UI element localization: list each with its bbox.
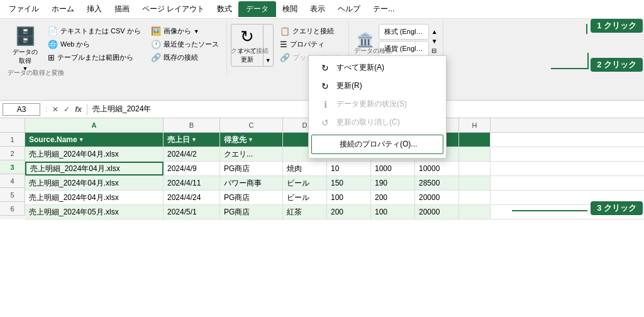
cell-A2[interactable]: 売上明細_2024年04月.xlsx bbox=[25, 147, 164, 161]
cell-C4[interactable]: パワー商事 bbox=[220, 176, 283, 190]
data-get-group-label: データの取得と変換 bbox=[8, 69, 64, 77]
cell-F4[interactable]: 190 bbox=[371, 176, 415, 190]
arrow-3 bbox=[512, 210, 587, 211]
cell-E3[interactable]: 10 bbox=[327, 162, 371, 175]
cell-C3[interactable]: PG商店 bbox=[220, 162, 283, 175]
formula-colon: : bbox=[43, 105, 50, 114]
cell-A1[interactable]: Source.Name ▼ bbox=[25, 133, 164, 147]
menu-extra[interactable]: テー... bbox=[367, 1, 401, 17]
cell-H6[interactable] bbox=[459, 205, 491, 219]
cell-E5[interactable]: 100 bbox=[327, 191, 371, 204]
cell-B5[interactable]: 2024/4/24 bbox=[164, 191, 220, 204]
data-types-up[interactable]: ▲ bbox=[431, 28, 438, 35]
web-label: Web から bbox=[60, 40, 90, 49]
existing-label: 既存の接続 bbox=[164, 53, 198, 62]
text-csv-button[interactable]: 📄 テキストまたは CSV から bbox=[44, 25, 145, 37]
all-refresh-dropdown-arrow[interactable]: ▼ bbox=[263, 25, 273, 66]
menu-formula[interactable]: 数式 bbox=[211, 1, 238, 17]
table-row: 売上明細_2024年05月.xlsx 2024/5/1 PG商店 紅茶 200 … bbox=[25, 205, 644, 220]
cell-A4[interactable]: 売上明細_2024年04月.xlsx bbox=[25, 176, 164, 190]
all-refresh-button[interactable]: ↻ すべて更新 bbox=[231, 25, 263, 66]
menu-home[interactable]: ホーム bbox=[45, 1, 80, 17]
callout-1[interactable]: 1 クリック bbox=[591, 19, 643, 33]
col-header-B[interactable]: B bbox=[164, 118, 220, 132]
cell-H4[interactable] bbox=[459, 176, 491, 190]
cell-E4[interactable]: 150 bbox=[327, 176, 371, 190]
cell-reference[interactable] bbox=[3, 103, 40, 116]
row-num-2: 2 bbox=[0, 147, 25, 160]
cell-A3[interactable]: 売上明細_2024年04月.xlsx bbox=[25, 162, 164, 175]
cancel-icon[interactable]: ✕ bbox=[50, 104, 61, 115]
recent-sources-button[interactable]: 🕐 最近使ったソース bbox=[147, 38, 223, 50]
fx-icon[interactable]: fx bbox=[72, 104, 84, 115]
cell-B1[interactable]: 売上日 ▼ bbox=[164, 133, 220, 147]
menu-draw[interactable]: 描画 bbox=[108, 1, 136, 17]
cell-H2[interactable] bbox=[459, 147, 491, 161]
cell-F5[interactable]: 200 bbox=[371, 191, 415, 204]
col-header-C[interactable]: C bbox=[220, 118, 283, 132]
data-get-button[interactable]: 🗄️ データの取得 ▼ bbox=[9, 24, 42, 73]
web-icon: 🌐 bbox=[48, 40, 58, 49]
menu-review[interactable]: 検閲 bbox=[276, 1, 304, 17]
filter-arrow-C1[interactable]: ▼ bbox=[248, 136, 253, 143]
web-button[interactable]: 🌐 Web から bbox=[44, 38, 145, 50]
menu-help[interactable]: ヘルプ bbox=[331, 1, 367, 17]
cell-A5[interactable]: 売上明細_2024年04月.xlsx bbox=[25, 191, 164, 204]
cell-G4[interactable]: 28500 bbox=[415, 176, 459, 190]
filter-arrow-B1[interactable]: ▼ bbox=[191, 136, 197, 143]
cell-H5[interactable] bbox=[459, 191, 491, 204]
property-icon: ☰ bbox=[280, 40, 287, 49]
cell-H3[interactable] bbox=[459, 162, 491, 175]
cell-A6[interactable]: 売上明細_2024年05月.xlsx bbox=[25, 205, 164, 219]
cell-H1[interactable] bbox=[459, 133, 491, 147]
cell-G6[interactable]: 20000 bbox=[415, 205, 459, 219]
dropdown-refresh[interactable]: ↻ 更新(R) bbox=[309, 77, 446, 95]
property-button[interactable]: ☰ プロパティ bbox=[276, 38, 345, 50]
image-button[interactable]: 🖼️ 画像から ▼ bbox=[147, 25, 223, 37]
cell-F6[interactable]: 100 bbox=[371, 205, 415, 219]
col-header-A[interactable]: A bbox=[25, 118, 164, 132]
cell-C1[interactable]: 得意先 ▼ bbox=[220, 133, 283, 147]
table-row: 売上明細_2024年04月.xlsx 2024/4/11 パワー商事 ビール 1… bbox=[25, 176, 644, 191]
cell-D6[interactable]: 紅茶 bbox=[283, 205, 327, 219]
cell-E6[interactable]: 200 bbox=[327, 205, 371, 219]
cell-B2[interactable]: 2024/4/2 bbox=[164, 147, 220, 161]
cell-D5[interactable]: ビール bbox=[283, 191, 327, 204]
confirm-icon[interactable]: ✓ bbox=[61, 104, 72, 115]
callout-2[interactable]: 2 クリック bbox=[591, 58, 643, 72]
cell-D4[interactable]: ビール bbox=[283, 176, 327, 190]
cell-B4[interactable]: 2024/4/11 bbox=[164, 176, 220, 190]
cell-G5[interactable]: 20000 bbox=[415, 191, 459, 204]
dropdown-cancel-refresh: ↺ 更新の取り消し(C) bbox=[309, 113, 446, 131]
cell-F3[interactable]: 1000 bbox=[371, 162, 415, 175]
callout-3[interactable]: 3 クリック bbox=[591, 201, 643, 215]
cell-B3[interactable]: 2024/4/9 bbox=[164, 162, 220, 175]
cell-C6[interactable]: PG商店 bbox=[220, 205, 283, 219]
menu-view[interactable]: 表示 bbox=[304, 1, 331, 17]
arrow-1 bbox=[586, 24, 587, 34]
cell-D3[interactable]: 焼肉 bbox=[283, 162, 327, 175]
cell-B6[interactable]: 2024/5/1 bbox=[164, 205, 220, 219]
data-types-more[interactable]: ⊟ bbox=[431, 47, 438, 54]
query-conn-button[interactable]: 📋 クエリと接続 bbox=[276, 25, 345, 37]
table-label: テーブルまたは範囲から bbox=[57, 53, 133, 62]
dropdown-conn-property[interactable]: 接続のプロパティ(O)... bbox=[311, 135, 443, 154]
dropdown-all-refresh[interactable]: ↻ すべて更新(A) bbox=[309, 58, 446, 77]
table-range-button[interactable]: ⊞ テーブルまたは範囲から bbox=[44, 52, 145, 64]
stock-button[interactable]: 株式 (Engli... bbox=[379, 24, 429, 40]
col-header-H[interactable]: H bbox=[459, 118, 491, 132]
menu-page-layout[interactable]: ページ レイアウト bbox=[136, 1, 211, 17]
cell-G3[interactable]: 10000 bbox=[415, 162, 459, 175]
data-types-down[interactable]: ▼ bbox=[431, 38, 438, 45]
menu-insert[interactable]: 挿入 bbox=[80, 1, 108, 17]
dropdown-conn-property-label: 接続のプロパティ(O)... bbox=[340, 139, 417, 150]
existing-conn-button[interactable]: 🔗 既存の接続 bbox=[147, 52, 223, 64]
row-num-4: 4 bbox=[0, 174, 25, 188]
book-link-icon: 🔗 bbox=[280, 53, 290, 62]
menu-data[interactable]: データ bbox=[238, 1, 276, 17]
cell-C5[interactable]: PG商店 bbox=[220, 191, 283, 204]
formula-divider bbox=[87, 104, 87, 115]
menu-file[interactable]: ファイル bbox=[3, 1, 45, 17]
filter-arrow-A1[interactable]: ▼ bbox=[79, 136, 84, 143]
cell-C2[interactable]: クエリ... bbox=[220, 147, 283, 161]
